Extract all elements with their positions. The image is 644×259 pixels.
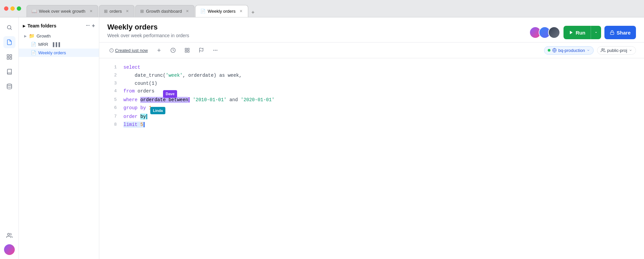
run-caret-button[interactable] (591, 26, 601, 39)
code-line-6: 6 group by 1 (99, 104, 644, 112)
file-sidebar: ▶ Team folders ··· + ▶ 📁 Growth 📄 MRR ▐▐… (19, 17, 99, 259)
tab-grid2-icon: ⊞ (140, 9, 144, 14)
browser-tabs: 📖 Week over week growth ✕ ⊞ orders ✕ ⊞ G… (26, 0, 640, 17)
svg-marker-8 (570, 31, 573, 35)
user-avatar[interactable] (4, 244, 15, 255)
icon-sidebar-bottom (3, 230, 15, 255)
code-line-3: 3 count(1) (99, 80, 644, 88)
sidebar-header-left: ▶ Team folders (23, 23, 56, 28)
page-title: Weekly orders (107, 23, 529, 31)
page-description: Week over week performance in orders (107, 33, 529, 38)
toolbar-right: bq-production public-proj (544, 46, 636, 55)
code-content: limit 5 (123, 121, 145, 129)
tab-week-over-week[interactable]: 📖 Week over week growth ✕ (26, 5, 98, 17)
sidebar-item-mrr[interactable]: 📄 MRR ▐▐▐ (19, 40, 99, 49)
dave-highlight: orderdate between (140, 97, 188, 103)
created-label: Created just now (115, 48, 148, 53)
code-content: select (123, 64, 140, 72)
new-tab-button[interactable]: + (248, 8, 258, 17)
traffic-lights (4, 6, 21, 11)
svg-rect-9 (610, 32, 614, 34)
svg-rect-4 (7, 58, 9, 59)
collaborator-avatars (529, 26, 560, 39)
tree-expand-icon: ▶ (24, 34, 27, 38)
folder-icon: 📁 (29, 33, 35, 39)
traffic-light-red[interactable] (4, 6, 8, 11)
grid-icon-btn[interactable] (3, 51, 15, 63)
svg-rect-2 (7, 55, 9, 56)
users-icon-btn[interactable] (3, 230, 15, 242)
line-number: 5 (107, 96, 117, 104)
tab-weekly-orders[interactable]: 📄 Weekly orders ✕ (195, 5, 248, 17)
add-cell-button[interactable] (154, 45, 164, 55)
svg-rect-19 (187, 51, 189, 52)
tab-close-3[interactable]: ✕ (185, 8, 190, 14)
toolbar-left: Created just now (107, 45, 220, 55)
proj-label: public-proj (607, 48, 627, 53)
project-selector[interactable]: public-proj (597, 46, 636, 55)
tab-growth-dashboard[interactable]: ⊞ Growth dashboard ✕ (135, 5, 195, 17)
code-content: count(1) (123, 80, 157, 88)
sidebar-header: ▶ Team folders ··· + (19, 21, 99, 31)
code-content: where orderdate between '2010-01-01' and… (123, 96, 274, 104)
dashboard-button[interactable] (182, 45, 192, 55)
more-options-button[interactable]: ··· (86, 23, 90, 29)
sidebar-item-weekly-orders[interactable]: 📄 Weekly orders (19, 49, 99, 57)
line-number: 2 (107, 72, 117, 79)
file-active-icon: 📄 (31, 50, 36, 55)
line-number: 3 (107, 80, 117, 87)
created-timestamp[interactable]: Created just now (107, 47, 150, 54)
svg-point-23 (216, 50, 217, 51)
dave-cursor-label: Dave (163, 90, 177, 98)
tab-label: Weekly orders (208, 9, 235, 14)
search-icon-btn[interactable] (3, 21, 15, 34)
run-button[interactable]: Run (564, 26, 601, 39)
run-button-main[interactable]: Run (564, 26, 591, 39)
chart-bars-icon: ▐▐▐ (52, 42, 60, 47)
code-line-4: 4 from orders (99, 87, 644, 95)
history-button[interactable] (168, 45, 178, 55)
tree-chevron-icon: ▶ (23, 24, 25, 28)
tab-close-2[interactable]: ✕ (125, 8, 129, 14)
topbar-right: Run Share (529, 26, 636, 39)
code-content: group by 1 (123, 104, 152, 112)
sidebar-header-actions: ··· + (86, 23, 95, 29)
add-item-button[interactable]: + (92, 23, 95, 29)
line8-highlight: limit 5 (123, 122, 143, 128)
browser-chrome: 📖 Week over week growth ✕ ⊞ orders ✕ ⊞ G… (0, 0, 644, 17)
traffic-light-green[interactable] (17, 6, 21, 11)
line-number: 1 (107, 64, 117, 71)
linda-cursor-label: Linda (150, 107, 165, 115)
tab-orders[interactable]: ⊞ orders ✕ (99, 5, 135, 17)
code-content: order by (123, 113, 148, 121)
code-line-5: Dave 5 where orderdate between '2010-01-… (99, 96, 644, 104)
svg-point-22 (215, 50, 216, 51)
app-body: ▶ Team folders ··· + ▶ 📁 Growth 📄 MRR ▐▐… (0, 17, 644, 259)
svg-rect-17 (187, 48, 189, 50)
tab-book-icon: 📖 (32, 9, 37, 14)
tab-label: Week over week growth (39, 9, 86, 14)
traffic-light-yellow[interactable] (10, 6, 15, 11)
code-content: date_trunc('week', orderdate) as week, (123, 72, 242, 80)
file-icon: 📄 (31, 42, 36, 47)
svg-point-7 (7, 233, 9, 235)
flag-button[interactable] (196, 45, 206, 55)
tab-close-4[interactable]: ✕ (239, 8, 243, 14)
svg-point-6 (7, 84, 12, 86)
line-number: 4 (107, 87, 117, 95)
code-editor[interactable]: 1 select 2 date_trunc('week', orderdate)… (99, 58, 644, 259)
tab-close-1[interactable]: ✕ (89, 8, 93, 14)
team-folders-label: Team folders (28, 23, 56, 28)
more-options-toolbar[interactable] (210, 45, 220, 55)
tab-doc-icon: 📄 (200, 9, 206, 14)
tab-label: Growth dashboard (146, 9, 182, 14)
book-icon-btn[interactable] (3, 66, 15, 78)
sidebar-item-growth[interactable]: ▶ 📁 Growth (19, 31, 99, 40)
environment-selector[interactable]: bq-production (544, 46, 594, 55)
database-icon-btn[interactable] (3, 80, 15, 92)
sidebar-item-label: Weekly orders (38, 50, 66, 55)
share-button[interactable]: Share (604, 26, 636, 39)
file-icon-btn[interactable] (3, 36, 15, 48)
code-content: from orders (123, 87, 154, 95)
sidebar-item-label: Growth (37, 34, 51, 39)
